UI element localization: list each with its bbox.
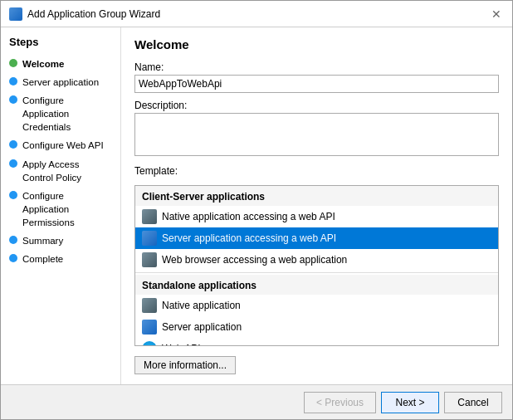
step-label-summary: Summary bbox=[22, 234, 63, 247]
native-app-icon-3 bbox=[142, 298, 157, 313]
server-app-icon-1 bbox=[142, 231, 157, 246]
description-field-group: Description: bbox=[134, 100, 499, 159]
template-item-label-web-browser: Web browser accessing a web application bbox=[162, 254, 347, 266]
template-item-native-web-api[interactable]: Native application accessing a web API bbox=[135, 206, 498, 227]
step-label-server: Server application bbox=[22, 76, 99, 89]
step-label-complete: Complete bbox=[22, 252, 63, 266]
cancel-button[interactable]: Cancel bbox=[444, 392, 502, 413]
dialog-body: Steps Welcome Server application Configu… bbox=[1, 27, 512, 384]
template-item-label-standalone-native: Native application bbox=[162, 300, 241, 311]
template-item-standalone-server[interactable]: Server application bbox=[135, 316, 498, 338]
step-label-welcome: Welcome bbox=[22, 57, 64, 71]
sidebar-item-welcome[interactable]: Welcome bbox=[1, 55, 120, 73]
template-item-label-server-web-api: Server application accessing a web API bbox=[162, 232, 336, 244]
webapi-icon-1 bbox=[142, 341, 157, 346]
dialog-title: Add Application Group Wizard bbox=[27, 8, 160, 20]
sidebar-heading: Steps bbox=[1, 36, 120, 55]
step-dot-credentials bbox=[9, 95, 17, 104]
page-title: Welcome bbox=[134, 37, 499, 51]
step-label-credentials: Configure Application Credentials bbox=[22, 94, 112, 134]
step-dot-complete bbox=[9, 254, 17, 262]
sidebar: Steps Welcome Server application Configu… bbox=[1, 27, 121, 384]
step-dot-access bbox=[9, 159, 17, 168]
template-label: Template: bbox=[134, 165, 499, 177]
template-item-label-standalone-webapi: Web API bbox=[162, 343, 200, 346]
step-dot-summary bbox=[9, 236, 17, 244]
next-button[interactable]: Next > bbox=[381, 392, 439, 413]
dialog: Add Application Group Wizard ✕ Steps Wel… bbox=[0, 0, 513, 420]
step-dot-server bbox=[9, 77, 17, 85]
template-item-standalone-webapi[interactable]: Web API bbox=[135, 338, 498, 346]
step-dot-webapi bbox=[9, 140, 17, 149]
group-label-standalone: Standalone applications bbox=[135, 275, 498, 295]
title-bar-left: Add Application Group Wizard bbox=[9, 7, 160, 21]
native-app-icon-2 bbox=[142, 252, 157, 267]
template-item-label-standalone-server: Server application bbox=[162, 321, 242, 333]
step-dot-permissions bbox=[9, 191, 17, 199]
sidebar-item-configure-permissions[interactable]: Configure Application Permissions bbox=[1, 187, 120, 232]
sidebar-item-summary[interactable]: Summary bbox=[1, 232, 120, 250]
server-app-icon-2 bbox=[142, 320, 157, 335]
description-label: Description: bbox=[134, 100, 499, 111]
step-dot-welcome bbox=[9, 59, 17, 67]
sidebar-item-access-control[interactable]: Apply Access Control Policy bbox=[1, 155, 120, 187]
sidebar-item-configure-credentials[interactable]: Configure Application Credentials bbox=[1, 91, 120, 136]
description-input[interactable] bbox=[134, 113, 499, 156]
step-label-permissions: Configure Application Permissions bbox=[22, 189, 112, 229]
footer: < Previous Next > Cancel bbox=[1, 384, 512, 419]
sidebar-item-configure-web-api[interactable]: Configure Web API bbox=[1, 136, 120, 154]
template-separator bbox=[135, 272, 498, 273]
name-label: Name: bbox=[134, 61, 499, 73]
title-bar: Add Application Group Wizard ✕ bbox=[1, 1, 512, 27]
previous-button[interactable]: < Previous bbox=[304, 392, 376, 413]
template-item-server-web-api[interactable]: Server application accessing a web API bbox=[135, 227, 498, 249]
template-item-standalone-native[interactable]: Native application bbox=[135, 295, 498, 316]
main-content: Welcome Name: Description: Template: Cli… bbox=[121, 27, 512, 384]
name-input[interactable] bbox=[134, 75, 499, 93]
native-app-icon-1 bbox=[142, 209, 157, 224]
step-label-access: Apply Access Control Policy bbox=[22, 158, 112, 184]
sidebar-item-server-application[interactable]: Server application bbox=[1, 73, 120, 91]
close-button[interactable]: ✕ bbox=[489, 7, 504, 22]
name-field-group: Name: bbox=[134, 61, 499, 93]
more-info-button[interactable]: More information... bbox=[134, 356, 236, 374]
template-item-web-browser-app[interactable]: Web browser accessing a web application bbox=[135, 249, 498, 271]
template-item-label-native-web-api: Native application accessing a web API bbox=[162, 211, 335, 222]
template-list: Client-Server applications Native applic… bbox=[134, 185, 499, 346]
step-label-webapi: Configure Web API bbox=[22, 139, 104, 152]
sidebar-item-complete[interactable]: Complete bbox=[1, 250, 120, 268]
app-icon bbox=[9, 7, 22, 21]
group-label-client-server: Client-Server applications bbox=[135, 186, 498, 206]
